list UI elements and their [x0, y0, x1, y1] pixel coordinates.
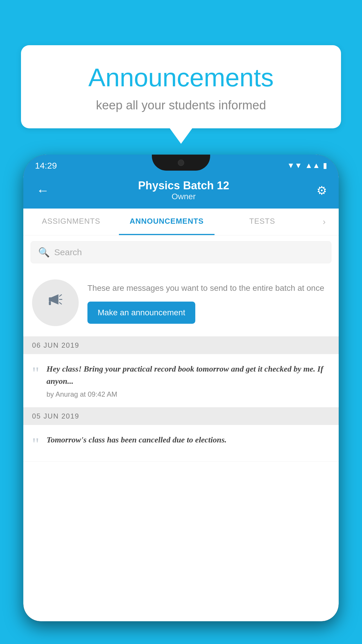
- search-container: 🔍 Search: [23, 235, 339, 269]
- quote-icon-2: ": [32, 435, 39, 453]
- svg-rect-1: [49, 302, 51, 305]
- date-header-1: 06 JUN 2019: [23, 337, 339, 354]
- wifi-icon: ▼▼: [287, 161, 302, 170]
- back-button[interactable]: ←: [35, 182, 51, 199]
- announcement-content-1: Hey class! Bring your practical record b…: [47, 363, 330, 398]
- front-camera: [178, 160, 184, 166]
- header-title: Physics Batch 12: [51, 179, 317, 192]
- promo-card: These are messages you want to send to t…: [23, 269, 339, 337]
- speech-bubble: Announcements keep all your students inf…: [21, 45, 341, 128]
- header-subtitle: Owner: [51, 192, 317, 201]
- announcement-text-2: Tomorrow's class has been cancelled due …: [47, 434, 330, 446]
- tab-announcements[interactable]: ANNOUNCEMENTS: [119, 209, 215, 235]
- tab-assignments[interactable]: ASSIGNMENTS: [23, 209, 119, 235]
- phone-frame: 14:29 ▼▼ ▲▲ ▮ ← Physics Batch 12 Owner ⚙…: [23, 155, 339, 621]
- signal-icon: ▲▲: [305, 161, 320, 170]
- svg-line-4: [59, 302, 61, 304]
- speech-bubble-subtitle: keep all your students informed: [36, 98, 326, 112]
- app-header: ← Physics Batch 12 Owner ⚙: [23, 174, 339, 209]
- notch: [152, 155, 210, 171]
- tabs-bar: ASSIGNMENTS ANNOUNCEMENTS TESTS ›: [23, 209, 339, 235]
- battery-icon: ▮: [323, 161, 327, 170]
- make-announcement-button[interactable]: Make an announcement: [87, 302, 195, 324]
- status-time: 14:29: [35, 161, 57, 171]
- promo-content: These are messages you want to send to t…: [87, 282, 330, 324]
- header-title-area: Physics Batch 12 Owner: [51, 179, 317, 201]
- promo-icon-circle: [32, 279, 79, 326]
- phone-screen: 14:29 ▼▼ ▲▲ ▮ ← Physics Batch 12 Owner ⚙…: [23, 155, 339, 621]
- tab-more[interactable]: ›: [310, 209, 339, 235]
- date-header-2: 05 JUN 2019: [23, 407, 339, 425]
- status-icons: ▼▼ ▲▲ ▮: [287, 161, 327, 170]
- announcement-by-1: by Anurag at 09:42 AM: [47, 390, 330, 398]
- search-bar[interactable]: 🔍 Search: [31, 241, 331, 263]
- megaphone-icon: [45, 290, 66, 315]
- svg-line-2: [59, 295, 61, 296]
- phone-container: 14:29 ▼▼ ▲▲ ▮ ← Physics Batch 12 Owner ⚙…: [23, 155, 339, 644]
- announcement-content-2: Tomorrow's class has been cancelled due …: [47, 434, 330, 446]
- svg-rect-0: [49, 298, 52, 302]
- promo-description: These are messages you want to send to t…: [87, 282, 330, 294]
- quote-icon-1: ": [32, 364, 39, 382]
- speech-bubble-tail: [169, 128, 193, 144]
- announcement-text-1: Hey class! Bring your practical record b…: [47, 363, 330, 387]
- settings-button[interactable]: ⚙: [317, 184, 327, 197]
- search-icon: 🔍: [38, 247, 50, 258]
- tab-tests[interactable]: TESTS: [215, 209, 310, 235]
- announcement-item-2[interactable]: " Tomorrow's class has been cancelled du…: [23, 425, 339, 462]
- announcement-item-1[interactable]: " Hey class! Bring your practical record…: [23, 354, 339, 407]
- speech-bubble-title: Announcements: [36, 63, 326, 92]
- speech-bubble-section: Announcements keep all your students inf…: [21, 45, 341, 144]
- search-placeholder: Search: [54, 247, 82, 257]
